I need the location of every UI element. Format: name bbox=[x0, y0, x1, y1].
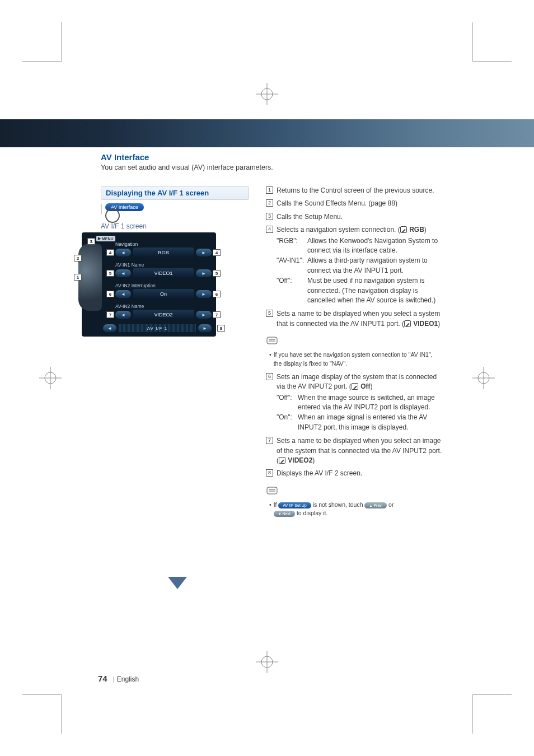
touch-gesture-icon bbox=[101, 204, 102, 214]
callout-1: 1 bbox=[74, 274, 82, 281]
note-8: • If AV I/F Set Up is not shown, touch ▲… bbox=[269, 501, 442, 517]
value-display: VIDEO1 bbox=[133, 268, 194, 278]
pill-prev: ▲ Prev. bbox=[364, 502, 387, 508]
next-button: ► bbox=[196, 290, 212, 298]
next-button: ► bbox=[196, 311, 212, 319]
note-icon bbox=[266, 486, 278, 498]
desc-3: Calls the Setup Menu. bbox=[277, 212, 442, 222]
desc-6: Sets an image display of the system that… bbox=[277, 372, 442, 433]
desc-2: Calls the Sound Effects Menu. (page 88) bbox=[277, 199, 442, 208]
row-label: AV-IN2 Name bbox=[115, 304, 212, 309]
desc-7: Sets a name to be displayed when you sel… bbox=[277, 436, 442, 465]
registration-mark bbox=[39, 367, 62, 389]
callout-5: 5 bbox=[106, 270, 114, 277]
next-button: ► bbox=[196, 249, 212, 256]
screen-title: AV I/F 1 bbox=[119, 324, 196, 332]
callout-3: 3 bbox=[87, 238, 95, 245]
header-band bbox=[0, 119, 534, 147]
registration-mark bbox=[256, 651, 278, 673]
menu-button: ▶MENU bbox=[96, 236, 115, 241]
num-5: 5 bbox=[266, 310, 273, 317]
row-label: AV-IN1 Name bbox=[115, 262, 212, 268]
svg-rect-15 bbox=[267, 487, 277, 494]
desc-8: Displays the AV I/F 2 screen. bbox=[277, 469, 442, 478]
prev-button: ◄ bbox=[115, 290, 131, 298]
value-display: On bbox=[133, 289, 194, 299]
page-footer: 74|English bbox=[98, 674, 139, 683]
registration-mark bbox=[472, 367, 495, 389]
row-label: Navigation bbox=[115, 241, 212, 247]
desc-5: Sets a name to be displayed when you sel… bbox=[277, 309, 442, 329]
prev-button: ◄ bbox=[115, 269, 131, 277]
pencil-icon bbox=[400, 226, 407, 233]
note-5: •If you have set the navigation system c… bbox=[269, 351, 442, 367]
pencil-icon bbox=[279, 457, 285, 464]
callout-7b: 7 bbox=[213, 311, 221, 318]
num-1: 1 bbox=[266, 186, 273, 194]
step-row: AV Interface bbox=[101, 203, 249, 214]
scroll-left-button: ◄ bbox=[103, 324, 116, 332]
prev-button: ◄ bbox=[115, 311, 131, 319]
pill-next: ▼ Next bbox=[274, 511, 295, 517]
num-2: 2 bbox=[266, 199, 273, 207]
registration-mark bbox=[256, 83, 278, 105]
callout-4b: 4 bbox=[213, 249, 221, 256]
callout-6b: 6 bbox=[213, 291, 221, 297]
crop-mark bbox=[472, 22, 512, 62]
device-screenshot: ▶MENU 3 2 1 Navigation 4 ◄ RGB ► 4 AV-IN… bbox=[82, 232, 216, 337]
callout-5b: 5 bbox=[213, 270, 221, 277]
num-7: 7 bbox=[266, 437, 273, 444]
svg-marker-18 bbox=[168, 577, 187, 589]
callout-2: 2 bbox=[74, 255, 82, 262]
value-display: RGB bbox=[133, 248, 194, 258]
continue-arrow-icon bbox=[168, 577, 187, 591]
note-icon bbox=[266, 335, 278, 348]
next-button: ► bbox=[196, 269, 212, 277]
subhead: Displaying the AV I/F 1 screen bbox=[101, 186, 249, 200]
svg-rect-12 bbox=[267, 337, 277, 344]
crop-mark bbox=[22, 22, 62, 62]
screen-caption: AV I/F 1 screen bbox=[101, 222, 249, 230]
scroll-right-button: ► bbox=[198, 324, 212, 332]
callout-7: 7 bbox=[106, 311, 114, 318]
num-4: 4 bbox=[266, 226, 273, 233]
prev-button: ◄ bbox=[115, 249, 131, 256]
crop-mark bbox=[22, 694, 62, 734]
desc-1: Returns to the Control screen of the pre… bbox=[277, 186, 442, 195]
desc-4: Selects a navigation system connection. … bbox=[277, 225, 442, 306]
num-6: 6 bbox=[266, 373, 273, 380]
callout-8: 8 bbox=[217, 325, 225, 332]
num-3: 3 bbox=[266, 213, 273, 220]
crop-mark bbox=[472, 694, 512, 734]
pencil-icon bbox=[352, 383, 358, 390]
pill-avif-setup: AV I/F Set Up bbox=[278, 502, 311, 508]
callout-6: 6 bbox=[106, 291, 114, 297]
value-display: VIDEO2 bbox=[133, 310, 194, 320]
callout-4: 4 bbox=[106, 249, 114, 256]
section-title: AV Interface bbox=[101, 152, 442, 162]
pencil-icon bbox=[404, 320, 411, 327]
section-subtitle: You can set audio and visual (AV) interf… bbox=[101, 164, 442, 171]
row-label: AV-IN2 Interruption bbox=[115, 283, 212, 288]
num-8: 8 bbox=[266, 469, 273, 477]
